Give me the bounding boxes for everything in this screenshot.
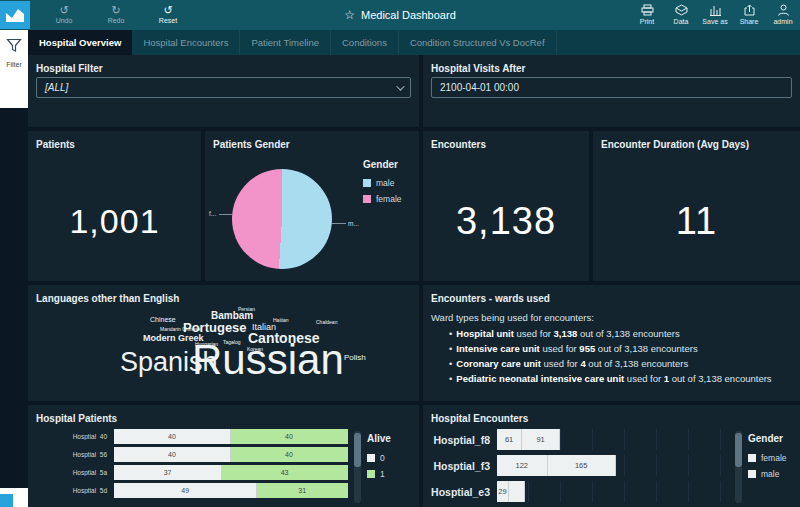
tab-patient-timeline[interactable]: Patient Timeline [240,30,331,55]
legend-item-0[interactable]: 0 [367,453,415,463]
save-as-button[interactable]: Save as [698,0,732,30]
bar-segment[interactable]: 40 [114,447,231,462]
dashboard-title: Medical Dashboard [361,9,456,21]
ward-bullet: •Pediatric neonatal intensive care unit … [449,372,790,385]
bar[interactable]: 29 [497,481,525,502]
word[interactable]: Mandarin Chinese [160,327,201,332]
panel-title: Patients [28,131,201,150]
female-swatch [748,454,756,462]
undo-icon: ↺ [59,5,68,16]
bar-row: Hosptial_f86191 [431,429,729,450]
admin-menu-button[interactable]: admin [766,0,800,30]
undo-button[interactable]: ↺ Undo [42,0,86,30]
chart-scrollbar[interactable] [354,431,361,503]
panel-title: Hospital Filter [28,55,419,74]
word[interactable]: Chinese [150,316,176,323]
word[interactable]: Chaldean [316,320,337,325]
favorite-star-icon[interactable]: ☆ [344,8,355,22]
bar[interactable]: 4931 [114,483,348,498]
panel-title: Hospital Encounters [423,405,800,424]
panel-title: Hospital Patients [28,405,419,424]
visits-after-date-input[interactable]: 2100-04-01 00:00 [431,77,792,98]
user-icon [777,4,790,16]
hospital-filter-dropdown[interactable]: [ALL] [36,77,411,98]
bar-row: Hosptial_f3122165 [431,455,729,476]
corner-widget-icon[interactable] [0,494,13,507]
bar-segment[interactable]: 91 [522,429,560,450]
data-button[interactable]: Data [664,0,698,30]
word[interactable]: Polish [344,354,366,362]
scrollbar-thumb[interactable] [735,433,742,467]
tab-condition-structured-vs-docref[interactable]: Condition Structured Vs DocRef [399,30,557,55]
hospital-patients-panel: Hospital Patients Hosptial_404040Hosptia… [28,405,419,507]
bar-segment[interactable]: 40 [231,429,348,444]
bar[interactable]: 122165 [497,455,616,476]
bar[interactable]: 4040 [114,447,348,462]
encounters-kpi-value: 3,138 [423,161,589,281]
reset-button[interactable]: ↺ Reset [146,0,190,30]
category-label: Hosptial_f8 [431,434,497,446]
bar-segment[interactable] [509,481,525,502]
tab-hospital-overview[interactable]: Hospital Overview [28,30,132,55]
legend-item-female[interactable]: female [363,194,402,204]
bar-segment[interactable]: 49 [114,483,257,498]
legend-item-male[interactable]: male [363,178,402,188]
encounter-duration-panel: Encounter Duration (Avg Days) 11 [593,131,800,281]
word[interactable]: Korean [247,347,263,352]
bar-segment[interactable]: 37 [114,465,222,480]
bar-segment[interactable]: 43 [222,465,348,480]
share-icon [743,4,756,16]
word[interactable]: Haitian [273,318,289,323]
bar-segment[interactable]: 122 [497,455,548,476]
redo-icon: ↻ [111,5,120,16]
alive-0-swatch [367,454,375,462]
patients-kpi-panel: Patients 1,001 [28,131,201,281]
ward-bullet: •Hospital unit used for 3,138 out of 3,1… [449,327,790,340]
chevron-down-icon [396,82,404,90]
bar-segment[interactable]: 29 [497,481,509,502]
share-button[interactable]: Share [732,0,766,30]
category-label: Hosptial_5a [36,469,114,476]
alive-legend: Alive 0 1 [367,429,415,507]
bar[interactable]: 4040 [114,429,348,444]
redo-button[interactable]: ↻ Redo [94,0,138,30]
chart-scrollbar[interactable] [735,431,742,503]
print-button[interactable]: Print [630,0,664,30]
bar-segment[interactable]: 61 [497,429,522,450]
tab-conditions[interactable]: Conditions [331,30,399,55]
category-label: Hosptial_f3 [431,460,497,472]
bar-segment[interactable]: 40 [114,429,231,444]
bar-segment[interactable]: 31 [257,483,348,498]
legend-title: Gender [363,159,402,170]
filter-funnel-icon[interactable] [6,38,22,57]
legend-item-female[interactable]: female [748,453,796,463]
bar-row: Hosptial_5a3743 [36,465,348,480]
quicksight-logo-icon[interactable] [0,1,30,29]
gender-pie-chart[interactable] [232,169,332,269]
bar-row: Hosptial_5d4931 [36,483,348,498]
scrollbar-thumb[interactable] [354,433,361,467]
category-label: Hosptial_5d [36,487,114,494]
word[interactable]: Persian [238,307,255,312]
male-swatch [363,179,371,187]
wards-text: Ward types being used for encounters: •H… [423,304,800,385]
word[interactable]: Russian [192,339,344,381]
patients-kpi-value: 1,001 [28,161,201,281]
panel-title: Encounter Duration (Avg Days) [593,131,800,150]
visits-after-panel: Hospital Visits After 2100-04-01 00:00 [423,55,800,127]
legend-item-male[interactable]: male [748,469,796,479]
bar[interactable]: 6191 [497,429,560,450]
bottom-left-widget[interactable] [0,488,28,507]
bar[interactable]: 3743 [114,465,348,480]
legend-item-1[interactable]: 1 [367,469,415,479]
ward-bullet: •Coronary care unit used for 4 out of 3,… [449,357,790,370]
bar-segment[interactable]: 165 [548,455,616,476]
tab-hospital-encounters[interactable]: Hospital Encounters [132,30,240,55]
hospital-encounters-panel: Hospital Encounters Hosptial_f86191Hospt… [423,405,800,507]
printer-icon [641,4,654,16]
panel-title: Encounters - wards used [423,285,800,304]
encounters-kpi-panel: Encounters 3,138 [423,131,589,281]
bar-row: Hosptial_404040 [36,429,348,444]
bar-segment[interactable]: 40 [231,447,348,462]
hospital-encounters-chart: Hosptial_f86191Hosptial_f3122165Hosptial… [431,429,729,507]
